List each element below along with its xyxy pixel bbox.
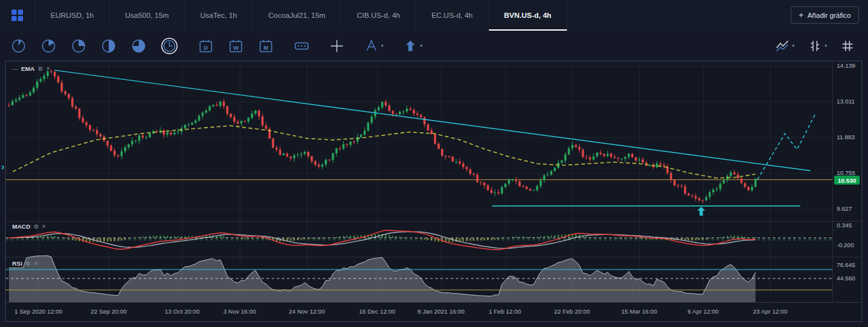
time-axis-label: 24 Nov 12:00 [289, 308, 325, 315]
tab-label: EURUSD, 1h [50, 11, 94, 19]
scale-settings-icon[interactable]: ▾ [807, 38, 827, 54]
caret-down-icon: ▾ [381, 43, 384, 49]
time-axis-label: 8 Jan 2021 16:00 [417, 308, 464, 315]
time-axis-label: 6 Apr 12:00 [688, 308, 719, 315]
ema-label-text: EMA [21, 65, 35, 72]
calendar-monthly-icon[interactable]: M [258, 38, 274, 54]
tab-usa500[interactable]: Usa500, 15m [109, 0, 184, 31]
price-tick-label: 14.139 [837, 62, 855, 69]
macd-indicator-label: MACD ⚙ × [12, 223, 45, 230]
price-tick-label: 11.883 [837, 133, 855, 141]
time-axis-label: 13 Oct 20:00 [165, 308, 199, 315]
calendar-letter: M [263, 44, 268, 50]
ema-remove-icon[interactable]: × [46, 65, 50, 72]
time-axis-label: 1 Feb 12:00 [489, 308, 522, 315]
custom-period-icon[interactable] [293, 38, 310, 54]
app-menu-icon [10, 8, 25, 23]
time-axis-label: 22 Sep 20:00 [91, 308, 127, 315]
tab-usatec[interactable]: UsaTec, 1h [184, 0, 252, 31]
time-axis-label: 1 Sep 2020 12:00 [14, 308, 62, 315]
insert-arrow-icon[interactable]: ▾ [403, 38, 422, 54]
price-tick-label: 13.011 [837, 98, 855, 105]
chart-type-icon[interactable]: ▾ [775, 38, 794, 54]
tab-label: UsaTec, 1h [200, 11, 237, 19]
chart-toolbar: D W M ▾ ▾ [0, 31, 868, 61]
ema-settings-icon[interactable]: ⚙ [38, 66, 43, 72]
timeframe-clock-3-icon[interactable] [70, 38, 87, 54]
trading-platform: EURUSD, 1h Usa500, 15m UsaTec, 1h CocoaJ… [0, 0, 868, 327]
rsi-settings-icon[interactable]: ⚙ [26, 261, 31, 267]
candlestick-chart-canvas[interactable] [6, 61, 862, 321]
chart-area[interactable]: — EMA ⚙ × MACD ⚙ × RSI ⚙ × 14.13913.0111… [5, 61, 862, 322]
macd-tick-label: 0.345 [837, 222, 852, 229]
tab-cocoajul21[interactable]: CocoaJul21, 15m [252, 0, 341, 31]
app-menu-button[interactable] [0, 0, 35, 31]
tab-label: CIB.US-d, 4h [357, 11, 400, 19]
rsi-tick-label: 76.645 [837, 261, 855, 268]
add-chart-label: Añadir gráfico [807, 11, 851, 19]
price-tick-label: 9.627 [837, 205, 852, 212]
macd-settings-icon[interactable]: ⚙ [34, 224, 39, 230]
tab-label: Usa500, 15m [125, 11, 169, 19]
tab-label: EC.US-d, 4h [431, 11, 473, 19]
time-axis-label: 16 Dec 12:00 [359, 308, 396, 315]
price-scale[interactable]: 14.13913.01111.88310.7559.6270.345-0.200… [833, 61, 862, 303]
timeframe-clock-2-icon[interactable] [40, 38, 57, 54]
calendar-weekly-icon[interactable]: W [228, 38, 244, 54]
macd-label-text: MACD [12, 223, 31, 230]
tab-eurusd[interactable]: EURUSD, 1h [35, 0, 109, 31]
timeframe-4h-active-icon[interactable] [160, 37, 178, 55]
chart-tabbar: EURUSD, 1h Usa500, 15m UsaTec, 1h CocoaJ… [0, 0, 868, 31]
calendar-daily-icon[interactable]: D [198, 38, 214, 54]
tab-label: BVN.US-d, 4h [504, 11, 552, 19]
crosshair-icon[interactable] [329, 38, 345, 54]
ema-indicator-label: — EMA ⚙ × [12, 65, 50, 72]
macd-remove-icon[interactable]: × [42, 223, 46, 230]
sidebar-expand-icon[interactable]: › [1, 162, 4, 171]
add-chart-button[interactable]: + Añadir gráfico [791, 6, 859, 24]
timeframe-clock-5-icon[interactable] [130, 38, 147, 54]
caret-down-icon: ▾ [792, 43, 794, 49]
rsi-remove-icon[interactable]: × [34, 260, 38, 267]
tab-ec-us[interactable]: EC.US-d, 4h [415, 0, 488, 31]
time-axis-label: 3 Nov 16:00 [223, 308, 256, 315]
drawing-tools-icon[interactable]: ▾ [364, 38, 384, 54]
calendar-letter: D [204, 44, 208, 50]
tab-bvn-us-active[interactable]: BVN.US-d, 4h [488, 0, 568, 31]
calendar-letter: W [233, 44, 239, 50]
macd-tick-label: -0.200 [837, 241, 854, 248]
caret-down-icon: ▾ [420, 43, 422, 49]
time-axis-label: 22 Feb 20:00 [554, 308, 590, 315]
rsi-tick-label: 44.560 [837, 275, 855, 282]
timeframe-clock-4-icon[interactable] [100, 38, 117, 54]
tab-label: CocoaJul21, 15m [268, 11, 326, 19]
tab-cib-us[interactable]: CIB.US-d, 4h [341, 0, 415, 31]
time-axis-label: 23 Apr 12:00 [753, 308, 787, 315]
timeframe-clock-1-icon[interactable] [10, 38, 27, 54]
current-price-badge: 10.530 [834, 176, 860, 185]
rsi-indicator-label: RSI ⚙ × [12, 260, 38, 267]
open-chart-tabs: EURUSD, 1h Usa500, 15m UsaTec, 1h CocoaJ… [35, 0, 568, 31]
rsi-label-text: RSI [12, 260, 22, 267]
time-axis-label: 15 Mar 16:00 [621, 308, 657, 315]
grid-layout-icon[interactable] [840, 38, 855, 54]
caret-down-icon: ▾ [825, 43, 827, 49]
ema-line-swatch: — [12, 66, 18, 72]
time-axis[interactable]: 1 Sep 2020 12:0022 Sep 20:0013 Oct 20:00… [6, 303, 832, 322]
plus-icon: + [799, 11, 804, 19]
